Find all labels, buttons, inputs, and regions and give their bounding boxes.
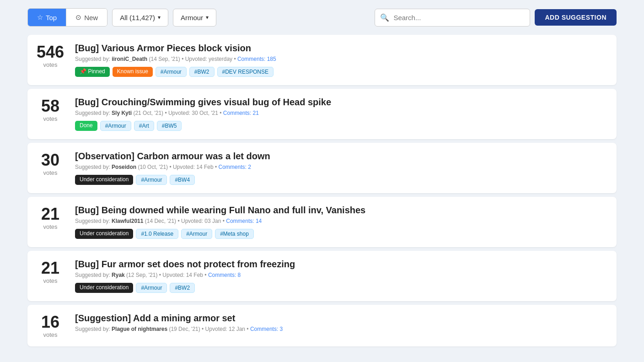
post-tag[interactable]: Under consideration	[75, 175, 133, 185]
post-tag[interactable]: #Armour	[181, 229, 212, 239]
comments-link[interactable]: Comments: 2	[219, 164, 251, 170]
card-body: [Observation] Carbon armour was a let do…	[75, 151, 606, 185]
votes-label: votes	[37, 223, 64, 230]
card-body: [Bug] Being downed while wearing Full Na…	[75, 205, 606, 239]
add-suggestion-label: ADD SUGGESTION	[545, 14, 606, 21]
post-meta: Suggested by: Ryak (12 Sep, '21) • Upvot…	[75, 272, 606, 278]
post-tag[interactable]: #Meta shop	[215, 229, 254, 239]
votes-number: 546	[37, 43, 64, 61]
new-sort-button[interactable]: ⊙ New	[66, 9, 107, 26]
post-tag[interactable]: 📌 Pinned	[75, 67, 110, 77]
post-tag[interactable]: #Armour	[136, 283, 167, 293]
post-title[interactable]: [Bug] Various Armor Pieces block vision	[75, 43, 606, 54]
post-tags: Under consideration#Armour#BW2	[75, 283, 606, 293]
card-body: [Bug] Various Armor Pieces block visionS…	[75, 43, 606, 77]
new-label: New	[84, 14, 98, 22]
comments-link[interactable]: Comments: 21	[223, 110, 259, 116]
top-label: Top	[46, 14, 57, 22]
votes-number: 16	[37, 313, 64, 331]
comments-link[interactable]: Comments: 14	[226, 218, 262, 224]
sort-btn-group: ☆ Top ⊙ New	[27, 8, 107, 27]
post-meta: Suggested by: Sly Kyti (21 Oct, '21) • U…	[75, 110, 606, 116]
votes-label: votes	[37, 61, 64, 68]
armour-filter-label: Armour	[181, 14, 203, 22]
votes-label: votes	[37, 169, 64, 176]
search-input[interactable]	[375, 9, 530, 27]
votes-label: votes	[37, 115, 64, 122]
post-tags: 📌 PinnedKnown issue#Armour#BW2#DEV RESPO…	[75, 67, 606, 77]
search-wrapper: 🔍	[375, 9, 530, 27]
votes-number: 30	[37, 151, 64, 169]
chevron-down-icon: ▾	[206, 14, 209, 21]
card-body: [Bug] Crouching/Swimming gives visual bu…	[75, 97, 606, 131]
votes-col: 21votes	[37, 259, 64, 284]
post-tag[interactable]: #Armour	[136, 175, 167, 185]
chevron-down-icon: ▾	[158, 14, 161, 21]
post-title[interactable]: [Bug] Crouching/Swimming gives visual bu…	[75, 97, 606, 108]
star-icon: ☆	[37, 13, 43, 22]
votes-label: votes	[37, 277, 64, 284]
post-tags: Under consideration#1.0 Release#Armour#M…	[75, 229, 606, 239]
post-tag[interactable]: #BW5	[157, 121, 182, 131]
post-tag[interactable]: Done	[75, 121, 97, 131]
post-tag[interactable]: Under consideration	[75, 283, 133, 293]
top-sort-button[interactable]: ☆ Top	[28, 9, 66, 26]
votes-col: 16votes	[37, 313, 64, 338]
comments-link[interactable]: Comments: 185	[237, 56, 276, 62]
votes-label: votes	[37, 331, 64, 338]
post-card: 58votes[Bug] Crouching/Swimming gives vi…	[27, 89, 617, 139]
votes-col: 546votes	[37, 43, 64, 68]
post-tag[interactable]: #BW4	[170, 175, 195, 185]
votes-number: 21	[37, 205, 64, 223]
toolbar: ☆ Top ⊙ New All (11,427) ▾ Armour ▾ 🔍 AD…	[27, 8, 617, 27]
post-card: 546votes[Bug] Various Armor Pieces block…	[27, 35, 617, 85]
post-tag[interactable]: #Armour	[100, 121, 131, 131]
comments-link[interactable]: Comments: 8	[208, 272, 241, 278]
votes-col: 58votes	[37, 97, 64, 122]
posts-list: 546votes[Bug] Various Armor Pieces block…	[27, 35, 617, 346]
post-tag[interactable]: #Art	[134, 121, 154, 131]
votes-number: 21	[37, 259, 64, 277]
post-tag[interactable]: #Armour	[156, 67, 187, 77]
post-title[interactable]: [Bug] Fur armor set does not protect fro…	[75, 259, 606, 270]
post-meta: Suggested by: Klawful2011 (14 Dec, '21) …	[75, 218, 606, 224]
post-tags: Under consideration#Armour#BW4	[75, 175, 606, 185]
post-tag[interactable]: #BW2	[170, 283, 195, 293]
post-card: 21votes[Bug] Fur armor set does not prot…	[27, 251, 617, 301]
post-tags: Done#Armour#Art#BW5	[75, 121, 606, 131]
armour-filter-dropdown[interactable]: Armour ▾	[173, 9, 216, 27]
votes-col: 30votes	[37, 151, 64, 176]
comments-link[interactable]: Comments: 3	[250, 326, 283, 332]
post-meta: Suggested by: Poseidon (10 Oct, '21) • U…	[75, 164, 606, 170]
post-title[interactable]: [Suggestion] Add a mining armor set	[75, 313, 606, 324]
post-tag[interactable]: Known issue	[113, 67, 153, 77]
post-title[interactable]: [Bug] Being downed while wearing Full Na…	[75, 205, 606, 216]
votes-col: 21votes	[37, 205, 64, 230]
post-card: 21votes[Bug] Being downed while wearing …	[27, 197, 617, 247]
add-suggestion-button[interactable]: ADD SUGGESTION	[535, 9, 617, 26]
post-meta: Suggested by: Plague of nightmares (19 D…	[75, 326, 606, 332]
clock-icon: ⊙	[75, 13, 81, 22]
post-card: 16votes[Suggestion] Add a mining armor s…	[27, 305, 617, 346]
post-card: 30votes[Observation] Carbon armour was a…	[27, 143, 617, 193]
post-meta: Suggested by: iironiC_Death (14 Sep, '21…	[75, 56, 606, 62]
card-body: [Suggestion] Add a mining armor setSugge…	[75, 313, 606, 337]
votes-number: 58	[37, 97, 64, 115]
search-icon: 🔍	[380, 13, 389, 22]
post-tag[interactable]: #1.0 Release	[136, 229, 178, 239]
all-filter-dropdown[interactable]: All (11,427) ▾	[112, 9, 168, 27]
post-title[interactable]: [Observation] Carbon armour was a let do…	[75, 151, 606, 162]
post-tag[interactable]: #DEV RESPONSE	[217, 67, 274, 77]
all-filter-label: All (11,427)	[120, 14, 155, 22]
card-body: [Bug] Fur armor set does not protect fro…	[75, 259, 606, 293]
post-tag[interactable]: #BW2	[189, 67, 215, 77]
post-tag[interactable]: Under consideration	[75, 229, 133, 239]
